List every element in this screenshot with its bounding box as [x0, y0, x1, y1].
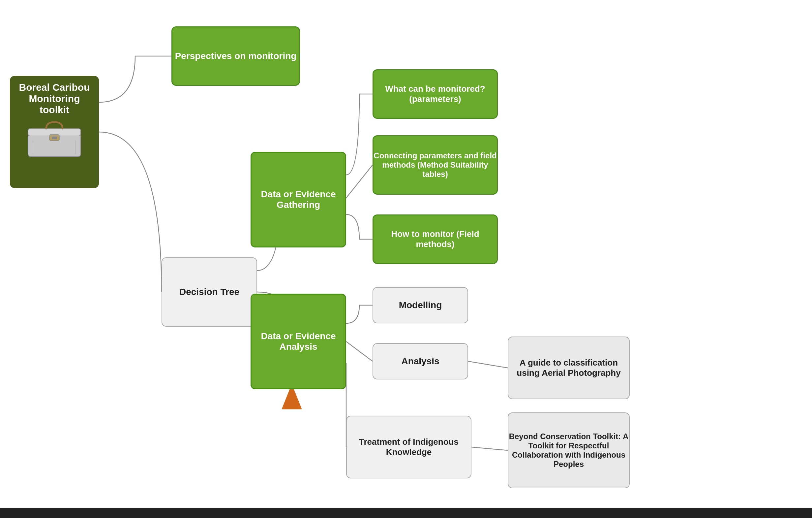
- what-monitor-node[interactable]: What can be monitored? (parameters): [373, 69, 498, 119]
- aerial-label: A guide to classification using Aerial P…: [509, 358, 629, 378]
- decision-tree-node[interactable]: Decision Tree: [162, 257, 257, 327]
- root-title-line1: Boreal Caribou: [19, 82, 90, 93]
- what-monitor-label: What can be monitored? (parameters): [374, 84, 497, 104]
- svg-rect-4: [52, 137, 57, 139]
- bottom-bar: [0, 508, 812, 518]
- beyond-label: Beyond Conservation Toolkit: A Toolkit f…: [509, 432, 629, 469]
- modelling-label: Modelling: [399, 300, 442, 310]
- analysis-leaf-label: Analysis: [401, 356, 439, 366]
- decision-tree-label: Decision Tree: [179, 287, 239, 297]
- connecting-node[interactable]: Connecting parameters and field methods …: [373, 135, 498, 195]
- gathering-label: Data or Evidence Gathering: [252, 189, 345, 210]
- gathering-node[interactable]: Data or Evidence Gathering: [251, 152, 346, 247]
- root-title-line2: Monitoring toolkit: [29, 93, 80, 115]
- indigenous-node[interactable]: Treatment of Indigenous Knowledge: [346, 416, 471, 479]
- perspectives-label: Perspectives on monitoring: [175, 51, 297, 61]
- modelling-node[interactable]: Modelling: [373, 287, 468, 323]
- perspectives-node[interactable]: Perspectives on monitoring: [171, 26, 300, 86]
- toolbox-icon: [25, 119, 84, 158]
- how-monitor-label: How to monitor (Field methods): [374, 229, 497, 249]
- analysis-node[interactable]: Data or Evidence Analysis: [251, 294, 346, 389]
- indigenous-label: Treatment of Indigenous Knowledge: [347, 437, 471, 457]
- analysis-label: Data or Evidence Analysis: [252, 331, 345, 352]
- aerial-node[interactable]: A guide to classification using Aerial P…: [508, 336, 630, 399]
- beyond-node[interactable]: Beyond Conservation Toolkit: A Toolkit f…: [508, 412, 630, 488]
- connecting-label: Connecting parameters and field methods …: [374, 151, 497, 179]
- how-monitor-node[interactable]: How to monitor (Field methods): [373, 215, 498, 264]
- analysis-leaf-node[interactable]: Analysis: [373, 343, 468, 379]
- root-node[interactable]: Boreal Caribou Monitoring toolkit: [10, 76, 99, 188]
